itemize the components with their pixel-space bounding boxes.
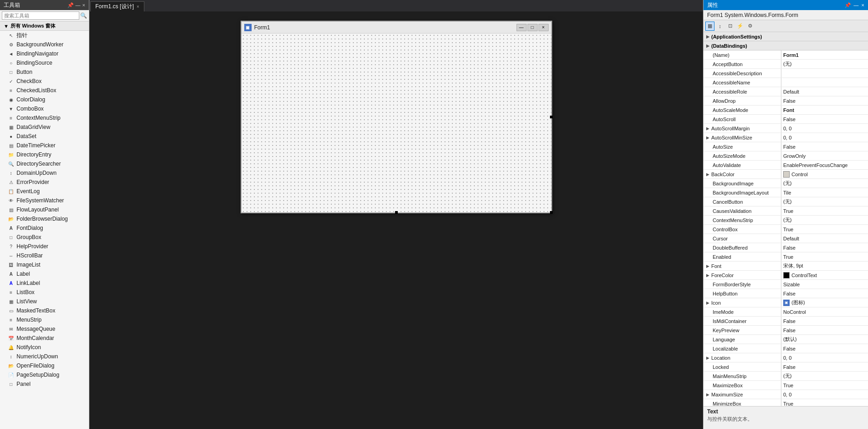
toolbox-item-listview[interactable]: ▦ ListView [0,297,89,306]
toolbox-item-backgroundworker[interactable]: ⚙ BackgroundWorker [0,40,89,49]
resize-handle-bottom[interactable] [395,211,398,214]
prop-row-icon[interactable]: ▶Icon ▣ (图标) [703,298,868,307]
toolbox-item-flowlayoutpanel[interactable]: ▤ FlowLayoutPanel [0,205,89,214]
toolbox-item-imagelist[interactable]: 🖼 ImageList [0,260,89,269]
properties-pin-button[interactable]: 📌 [845,2,851,8]
prop-row-ismdicontainer[interactable]: IsMdiContainer False [703,317,868,326]
prop-row-formborderstyle[interactable]: FormBorderStyle Sizable [703,280,868,289]
prop-row-autoscrollmargin[interactable]: ▶AutoScrollMargin 0, 0 [703,124,868,133]
prop-row-doublebuffered[interactable]: DoubleBuffered False [703,243,868,252]
prop-row-localizable[interactable]: Localizable False [703,344,868,353]
form-close-button[interactable]: × [538,24,549,31]
toolbox-item-directorysearcher[interactable]: 🔍 DirectorySearcher [0,159,89,168]
tab-form1-design[interactable]: Form1.cs [设计] × [90,1,144,11]
toolbox-item-pointer[interactable]: ↖ 指针 [0,31,89,40]
resize-handle-right[interactable] [550,116,553,118]
toolbox-item-filesystemwatcher[interactable]: 👁 FileSystemWatcher [0,196,89,205]
toolbox-item-directoryentry[interactable]: 📁 DirectoryEntry [0,150,89,159]
toolbox-item-messagequeue[interactable]: ✉ MessageQueue [0,324,89,334]
toolbox-item-panel[interactable]: □ Panel [0,379,89,389]
prop-row-helpbutton[interactable]: HelpButton False [703,289,868,298]
toolbox-item-checkbox[interactable]: ✓ CheckBox [0,77,89,86]
toolbox-category-header[interactable]: ▼ 所有 Windows 窗体 [0,22,89,31]
toolbox-item-datagridview[interactable]: ▦ DataGridView [0,123,89,132]
prop-row-keypreview[interactable]: KeyPreview False [703,326,868,335]
prop-row-backgroundimagelayout[interactable]: BackgroundImageLayout Tile [703,188,868,197]
resize-handle-bottomright[interactable] [550,211,553,214]
toolbox-item-maskedtextbox[interactable]: ▭ MaskedTextBox [0,306,89,315]
toolbox-pin-button[interactable]: 📌 [67,2,74,8]
form-body[interactable] [242,33,551,212]
prop-row-autoscrollminsize[interactable]: ▶AutoScrollMinSize 0, 0 [703,133,868,142]
toolbox-item-hscrollbar[interactable]: ↔ HScrollBar [0,251,89,260]
prop-row-language[interactable]: Language (默认) [703,335,868,344]
prop-row-locked[interactable]: Locked False [703,362,868,372]
prop-row-forecolor[interactable]: ▶ForeColor ControlText [703,271,868,280]
prop-row-autoscalemode[interactable]: AutoScaleMode Font [703,106,868,115]
form-canvas[interactable]: ▣ Form1 — □ × [241,21,552,213]
toolbox-item-menustrip[interactable]: ≡ MenuStrip [0,315,89,324]
properties-categorized-button[interactable]: ▦ [705,22,714,31]
properties-close-button[interactable]: × [862,2,864,8]
prop-row-backgroundimage[interactable]: BackgroundImage (无) [703,179,868,188]
prop-category-databindings[interactable]: ▶ (DataBindings) [703,41,868,50]
form-minimize-button[interactable]: — [516,24,527,31]
prop-row-accessibledescription[interactable]: AccessibleDescription [703,69,868,78]
toolbox-item-bindingsource[interactable]: ○ BindingSource [0,58,89,67]
properties-settings-button[interactable]: ⚙ [746,22,755,31]
toolbox-search-input[interactable] [2,11,79,20]
toolbox-item-eventlog[interactable]: 📋 EventLog [0,187,89,196]
toolbox-item-numericupdown[interactable]: ↕ NumericUpDown [0,352,89,361]
toolbox-collapse-button[interactable]: — [76,2,81,8]
prop-row-contextmenustrip[interactable]: ContextMenuStrip (无) [703,216,868,225]
prop-row-enabled[interactable]: Enabled True [703,252,868,262]
prop-row-causesvalidation[interactable]: CausesValidation True [703,206,868,216]
toolbox-item-button[interactable]: □ Button [0,67,89,77]
toolbox-item-checkedlistbox[interactable]: ≡ CheckedListBox [0,86,89,95]
properties-collapse-button[interactable]: — [854,2,859,8]
prop-category-applicationsettings[interactable]: ▶ (ApplicationSettings) [703,32,868,41]
prop-row-font[interactable]: ▶Font 宋体, 9pt [703,262,868,271]
toolbox-item-pagesetupdialog[interactable]: 📄 PageSetupDialog [0,370,89,379]
toolbox-item-bindingnavigator[interactable]: ◄ BindingNavigator [0,49,89,58]
prop-row-location[interactable]: ▶Location 0, 0 [703,353,868,362]
toolbox-item-linklabel[interactable]: A LinkLabel [0,279,89,288]
toolbox-item-notifyicon[interactable]: 🔔 NotifyIcon [0,343,89,352]
toolbox-item-helpprovider[interactable]: ? HelpProvider [0,242,89,251]
prop-row-controlbox[interactable]: ControlBox True [703,225,868,234]
tab-close-button[interactable]: × [137,4,139,9]
properties-alphabetical-button[interactable]: ↕ [715,22,725,31]
toolbox-item-openfiledialog[interactable]: 📂 OpenFileDialog [0,361,89,370]
toolbox-item-errorprovider[interactable]: ⚠ ErrorProvider [0,178,89,187]
toolbox-item-datetimepicker[interactable]: ▤ DateTimePicker [0,141,89,150]
prop-row-backcolor[interactable]: ▶BackColor Control [703,170,868,179]
prop-row-minimizebox[interactable]: MinimizeBox True [703,399,868,406]
prop-row-autoscroll[interactable]: AutoScroll False [703,115,868,124]
prop-row-imemode[interactable]: ImeMode NoControl [703,307,868,317]
toolbox-item-dataset[interactable]: ● DataSet [0,132,89,141]
toolbox-item-groupbox[interactable]: □ GroupBox [0,233,89,242]
prop-row-accessiblename[interactable]: AccessibleName [703,78,868,87]
properties-properties-button[interactable]: ⊡ [725,22,735,31]
properties-events-button[interactable]: ⚡ [736,22,745,31]
toolbox-item-domainupdown[interactable]: ↕ DomainUpDown [0,168,89,178]
toolbox-item-label[interactable]: A Label [0,269,89,279]
toolbox-item-folderbrowserdialog[interactable]: 📂 FolderBrowserDialog [0,214,89,223]
prop-row-name[interactable]: (Name) Form1 [703,50,868,60]
toolbox-item-contextmenustrip[interactable]: ≡ ContextMenuStrip [0,113,89,123]
prop-row-autosizemode[interactable]: AutoSizeMode GrowOnly [703,151,868,161]
form-maximize-button[interactable]: □ [527,24,538,31]
toolbox-item-listbox[interactable]: ≡ ListBox [0,288,89,297]
prop-row-cursor[interactable]: Cursor Default [703,234,868,243]
toolbox-item-colordialog[interactable]: ◉ ColorDialog [0,95,89,104]
prop-row-acceptbutton[interactable]: AcceptButton (无) [703,60,868,69]
prop-row-accessiblerole[interactable]: AccessibleRole Default [703,87,868,96]
prop-row-cancelbutton[interactable]: CancelButton (无) [703,197,868,206]
prop-row-allowdrop[interactable]: AllowDrop False [703,96,868,106]
prop-row-maximumsize[interactable]: ▶MaximumSize 0, 0 [703,390,868,399]
design-canvas-area[interactable]: ▣ Form1 — □ × [89,11,703,429]
prop-row-autovalidate[interactable]: AutoValidate EnablePreventFocusChange [703,161,868,170]
toolbox-item-fontdialog[interactable]: A FontDialog [0,223,89,233]
toolbox-close-button[interactable]: × [82,2,85,8]
prop-row-autosize[interactable]: AutoSize False [703,142,868,151]
